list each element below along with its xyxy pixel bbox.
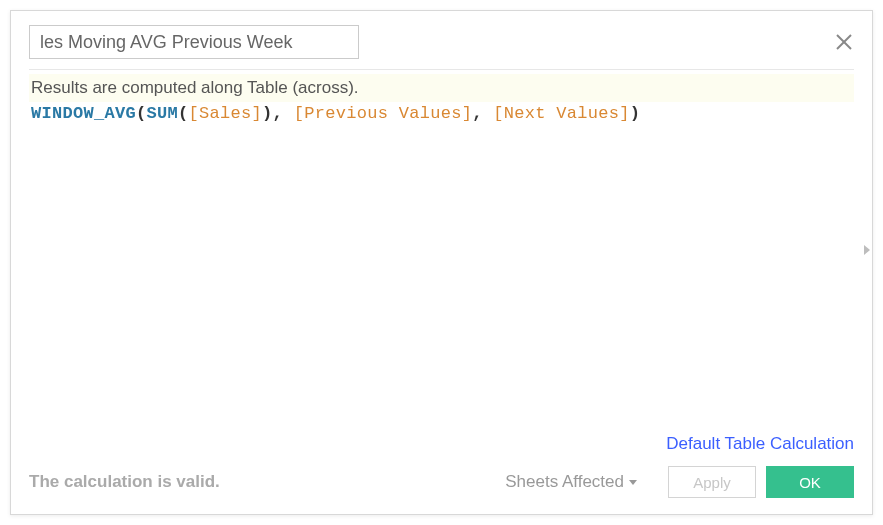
token-comma: , xyxy=(472,104,493,123)
chevron-right-icon xyxy=(860,243,872,257)
ok-button[interactable]: OK xyxy=(766,466,854,498)
caret-down-icon xyxy=(628,477,638,487)
token-field: [Sales] xyxy=(189,104,263,123)
close-button[interactable] xyxy=(834,32,854,52)
dialog-footer: The calculation is valid. Sheets Affecte… xyxy=(11,460,872,514)
token-field: [Previous Values] xyxy=(294,104,473,123)
validation-status-text: The calculation is valid. xyxy=(29,472,220,492)
token-comma: , xyxy=(273,104,294,123)
sheets-affected-dropdown[interactable]: Sheets Affected xyxy=(505,472,638,492)
expand-panel-button[interactable] xyxy=(860,243,872,261)
footer-link-row: Default Table Calculation xyxy=(11,434,872,460)
token-function: SUM xyxy=(147,104,179,123)
calculation-editor-dialog: Results are computed along Table (across… xyxy=(10,10,873,515)
calculation-name-input[interactable] xyxy=(29,25,359,59)
token-paren: ( xyxy=(178,104,189,123)
default-table-calculation-link[interactable]: Default Table Calculation xyxy=(666,434,854,454)
token-function: WINDOW_AVG xyxy=(31,104,136,123)
token-paren: ( xyxy=(136,104,147,123)
formula-editor-area[interactable]: Results are computed along Table (across… xyxy=(11,70,872,434)
token-field: [Next Values] xyxy=(493,104,630,123)
dialog-header xyxy=(11,11,872,69)
compute-status-banner: Results are computed along Table (across… xyxy=(29,74,854,102)
svg-marker-2 xyxy=(864,245,870,255)
svg-marker-3 xyxy=(629,480,637,485)
token-paren: ) xyxy=(262,104,273,123)
sheets-affected-label: Sheets Affected xyxy=(505,472,624,492)
close-icon xyxy=(835,33,853,51)
apply-button[interactable]: Apply xyxy=(668,466,756,498)
token-paren: ) xyxy=(630,104,641,123)
formula-text[interactable]: WINDOW_AVG(SUM([Sales]), [Previous Value… xyxy=(29,102,854,125)
